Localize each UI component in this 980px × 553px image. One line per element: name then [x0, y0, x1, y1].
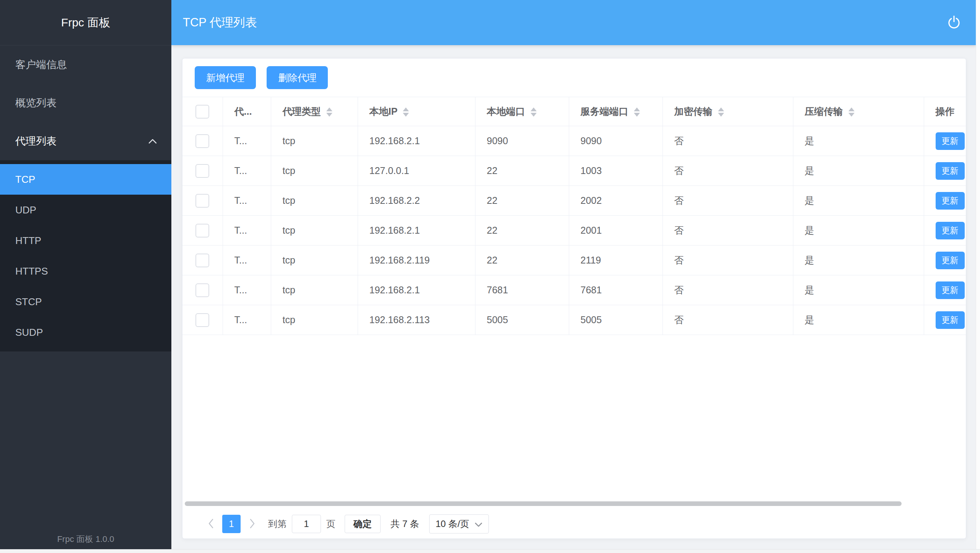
page-horizontal-scrollbar[interactable] [0, 549, 980, 553]
sidebar-item-tcp[interactable]: TCP [0, 164, 171, 195]
table-toolbar: 新增代理 删除代理 [182, 59, 966, 97]
row-checkbox[interactable] [195, 164, 209, 178]
cell-compressed: 是 [793, 156, 924, 186]
update-button[interactable]: 更新 [936, 252, 965, 269]
cell-proxy-type: tcp [271, 186, 358, 216]
row-checkbox[interactable] [195, 224, 209, 237]
sidebar-item-overview[interactable]: 概览列表 [0, 84, 171, 122]
update-button[interactable]: 更新 [936, 222, 965, 239]
page-unit-label: 页 [326, 518, 335, 530]
sort-caret-icon[interactable] [848, 107, 855, 117]
cell-proxy-type: tcp [271, 216, 358, 246]
goto-page-input[interactable] [292, 515, 321, 533]
cell-compressed: 是 [793, 275, 924, 305]
table-horizontal-scrollbar[interactable] [185, 501, 902, 506]
cell-proxy-type: tcp [271, 246, 358, 275]
sidebar-item-proxy-list[interactable]: 代理列表 [0, 122, 171, 160]
goto-label: 到第 [268, 518, 287, 530]
page-size-select[interactable]: 10 条/页 [429, 514, 489, 533]
sidebar-item-client-info[interactable]: 客户端信息 [0, 46, 171, 84]
cell-proxy-type: tcp [271, 275, 358, 305]
content-card: 新增代理 删除代理 代... 代理类型 本地IP 本地端口 服务端端口 加密传输… [182, 58, 966, 539]
sort-caret-icon[interactable] [326, 107, 332, 117]
table-row: T... tcp 192.168.2.119 22 2119 否 是 更新 [182, 246, 966, 275]
cell-local-ip: 192.168.2.113 [358, 305, 475, 335]
pagination: 1 到第 页 确定 共 7 条 10 条/页 [203, 514, 489, 533]
cell-encrypted: 否 [663, 305, 793, 335]
chevron-up-icon [148, 122, 157, 160]
cell-proxy-name: T... [223, 126, 271, 156]
power-button[interactable] [943, 12, 965, 33]
col-header-compressed[interactable]: 压缩传输 [793, 97, 924, 126]
cell-server-port: 2001 [569, 216, 663, 246]
cell-server-port: 9090 [569, 126, 663, 156]
row-checkbox[interactable] [195, 134, 209, 148]
page-title: TCP 代理列表 [183, 15, 257, 31]
table-row: T... tcp 192.168.2.1 22 2001 否 是 更新 [182, 216, 966, 246]
cell-proxy-type: tcp [271, 156, 358, 186]
chevron-right-icon [249, 519, 255, 530]
table-header-row: 代... 代理类型 本地IP 本地端口 服务端端口 加密传输 压缩传输 操作 [182, 97, 966, 126]
col-header-local-ip[interactable]: 本地IP [358, 97, 475, 126]
sidebar-item-label: 客户端信息 [15, 59, 67, 70]
cell-encrypted: 否 [663, 216, 793, 246]
cell-proxy-name: T... [223, 305, 271, 335]
cell-local-port: 22 [475, 186, 569, 216]
row-checkbox[interactable] [195, 283, 209, 297]
chevron-left-icon [208, 519, 214, 530]
sidebar-item-sudp[interactable]: SUDP [0, 317, 171, 348]
col-header-encrypted[interactable]: 加密传输 [663, 97, 793, 126]
update-button[interactable]: 更新 [936, 162, 965, 180]
cell-local-ip: 127.0.0.1 [358, 156, 475, 186]
prev-page-button[interactable] [203, 515, 218, 533]
sidebar-item-stcp[interactable]: STCP [0, 286, 171, 317]
row-checkbox[interactable] [195, 313, 209, 327]
cell-local-port: 7681 [475, 275, 569, 305]
table-row: T... tcp 127.0.0.1 22 1003 否 是 更新 [182, 156, 966, 186]
col-header-proxy-name: 代... [223, 97, 271, 126]
cell-proxy-type: tcp [271, 305, 358, 335]
sidebar-item-udp[interactable]: UDP [0, 195, 171, 225]
col-header-proxy-type[interactable]: 代理类型 [271, 97, 358, 126]
cell-compressed: 是 [793, 216, 924, 246]
col-header-server-port[interactable]: 服务端端口 [569, 97, 663, 126]
add-proxy-button[interactable]: 新增代理 [195, 66, 256, 89]
sort-caret-icon[interactable] [718, 107, 724, 117]
cell-local-ip: 192.168.2.2 [358, 186, 475, 216]
page-vertical-scrollbar[interactable] [976, 0, 980, 553]
total-count-label: 共 7 条 [391, 518, 419, 530]
main-content: 新增代理 删除代理 代... 代理类型 本地IP 本地端口 服务端端口 加密传输… [171, 45, 976, 550]
delete-proxy-button[interactable]: 删除代理 [267, 66, 328, 89]
sort-caret-icon[interactable] [634, 107, 640, 117]
sidebar-item-https[interactable]: HTTPS [0, 256, 171, 286]
sort-caret-icon[interactable] [531, 107, 537, 117]
cell-encrypted: 否 [663, 156, 793, 186]
cell-proxy-name: T... [223, 275, 271, 305]
cell-encrypted: 否 [663, 275, 793, 305]
cell-local-ip: 192.168.2.1 [358, 275, 475, 305]
cell-local-port: 22 [475, 216, 569, 246]
update-button[interactable]: 更新 [936, 311, 965, 329]
cell-local-ip: 192.168.2.119 [358, 246, 475, 275]
cell-local-port: 9090 [475, 126, 569, 156]
cell-proxy-name: T... [223, 246, 271, 275]
row-checkbox[interactable] [195, 254, 209, 267]
cell-proxy-name: T... [223, 156, 271, 186]
app-version: Frpc 面板 1.0.0 [0, 533, 171, 545]
cell-local-port: 5005 [475, 305, 569, 335]
chevron-down-icon [475, 519, 482, 529]
col-header-local-port[interactable]: 本地端口 [475, 97, 569, 126]
select-all-checkbox[interactable] [195, 105, 209, 119]
sidebar-item-http[interactable]: HTTP [0, 225, 171, 256]
confirm-button[interactable]: 确定 [345, 515, 381, 533]
power-icon [946, 14, 962, 31]
update-button[interactable]: 更新 [936, 132, 965, 150]
cell-server-port: 7681 [569, 275, 663, 305]
page-number-active[interactable]: 1 [222, 515, 241, 533]
next-page-button[interactable] [244, 515, 260, 533]
table-row: T... tcp 192.168.2.2 22 2002 否 是 更新 [182, 186, 966, 216]
update-button[interactable]: 更新 [936, 192, 965, 210]
row-checkbox[interactable] [195, 194, 209, 208]
sort-caret-icon[interactable] [403, 107, 409, 117]
update-button[interactable]: 更新 [936, 281, 965, 299]
